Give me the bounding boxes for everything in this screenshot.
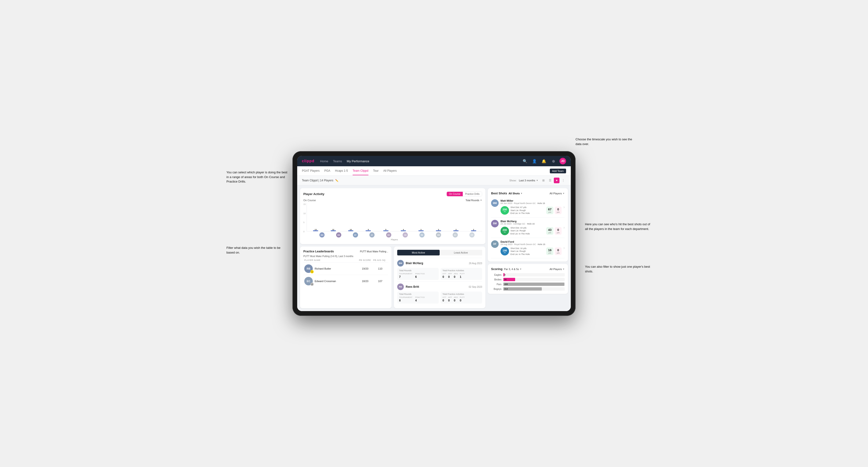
leaderboard-row: RB1Richard Butler19/20110 bbox=[303, 262, 388, 275]
shot-player-name: Matt Miller bbox=[500, 199, 562, 202]
show-select[interactable]: Last 3 months ▼ bbox=[519, 179, 538, 182]
tab-pga[interactable]: PGA bbox=[324, 167, 330, 175]
avatar-icon[interactable]: JD bbox=[559, 158, 566, 164]
scoring-bars: Eagles 3 Birdies 96 Pars 499 Bogeys 313 bbox=[491, 273, 565, 290]
all-shots-filter[interactable]: All Shots ▼ bbox=[508, 192, 523, 195]
view-grid-icon[interactable]: ⊞ bbox=[540, 178, 546, 183]
bar-group: 10 bbox=[348, 228, 353, 231]
view-settings-icon[interactable]: ⋮ bbox=[560, 178, 566, 183]
nav-link-teams[interactable]: Teams bbox=[333, 158, 342, 164]
left-column: Player Activity On Course Practice Drill… bbox=[300, 188, 486, 308]
best-shots-title: Best Shots bbox=[491, 191, 507, 195]
shot-card[interactable]: MM Matt Miller 09 Jun 2023 · Royal North… bbox=[491, 197, 565, 217]
annotation-player-select: You can select which player is doing the… bbox=[226, 170, 288, 184]
bar-group: 4 bbox=[401, 228, 406, 231]
bar-group: 3 bbox=[436, 228, 441, 231]
leaderboard-rows: RB1Richard Butler19/20110EC2Edward Cross… bbox=[303, 262, 388, 287]
tab-all-players[interactable]: All Players bbox=[383, 167, 397, 175]
shot-location: 23 Jul 2023 · Ashridge GC Hole 15 bbox=[500, 223, 562, 225]
bar-group: 2 bbox=[471, 228, 476, 231]
shot-badge: 200 SG bbox=[500, 227, 509, 235]
view-heart-icon[interactable]: ♥ bbox=[554, 178, 559, 183]
scoring-players-filter[interactable]: All Players ▼ bbox=[550, 268, 565, 271]
plus-circle-icon[interactable]: ⊕ bbox=[550, 158, 557, 164]
team-header-right: Show: Last 3 months ▼ ⊞ ☰ ♥ ⋮ bbox=[509, 178, 566, 183]
nav-logo: clippd bbox=[302, 159, 314, 163]
shot-player-avatar: BM bbox=[491, 220, 499, 227]
sub-nav-right: Add Team bbox=[550, 168, 566, 173]
scoring-label: Eagles bbox=[491, 274, 501, 276]
chart-dropdown[interactable]: Total Rounds ▼ bbox=[466, 199, 482, 201]
nav-link-performance[interactable]: My Performance bbox=[347, 158, 369, 164]
shot-cards-container: MM Matt Miller 09 Jun 2023 · Royal North… bbox=[491, 197, 565, 258]
all-players-filter[interactable]: All Players ▼ bbox=[550, 192, 565, 195]
shot-card[interactable]: DF David Ford 24 Aug 2023 · Royal North … bbox=[491, 238, 565, 258]
bar-chart-area: 15 10 5 0 1312109543322 bbox=[303, 203, 482, 241]
bar-group: 5 bbox=[383, 228, 389, 231]
right-column: Best Shots All Shots ▼ All Players ▼ MM bbox=[488, 188, 568, 308]
on-course-label: On Course bbox=[303, 199, 316, 201]
scoring-label: Birdies bbox=[491, 278, 501, 281]
dropdown-arrow-icon: ▼ bbox=[536, 179, 538, 182]
player-avatar-small: CR bbox=[469, 232, 474, 238]
scoring-bar-container: 313 bbox=[503, 287, 565, 290]
scoring-row: Pars 499 bbox=[491, 283, 565, 286]
shot-player-avatar: MM bbox=[491, 199, 499, 207]
toggle-on-course[interactable]: On Course bbox=[447, 192, 463, 196]
shot-location: 09 Jun 2023 · Royal North Devon GC Hole … bbox=[500, 202, 562, 205]
tab-team-clippd[interactable]: Team Clippd bbox=[352, 167, 368, 175]
putt-dropdown[interactable]: PUTT Must Make Putting ... ▼ bbox=[360, 250, 388, 253]
toggle-practice-drills[interactable]: Practice Drills bbox=[463, 192, 482, 196]
tab-pgat-players[interactable]: PGAT Players bbox=[302, 167, 319, 175]
tab-hcaps[interactable]: Hcaps 1-5 bbox=[335, 167, 348, 175]
leaderboard-title: Practice Leaderboards bbox=[303, 250, 334, 253]
player-avatar-small: OB bbox=[403, 232, 408, 238]
chart-dropdown-arrow-icon: ▼ bbox=[480, 199, 482, 201]
nav-link-home[interactable]: Home bbox=[320, 158, 328, 164]
most-active-card: Most Active Least Active BM Blair McHarg… bbox=[394, 247, 486, 308]
shot-stat-zero: 0 yds bbox=[555, 207, 561, 214]
active-player-block: BM Blair McHarg 26 Aug 2023 Total Rounds… bbox=[397, 258, 482, 280]
active-player-name: Rees Britt bbox=[406, 285, 467, 288]
least-active-tab[interactable]: Least Active bbox=[440, 250, 482, 255]
player-avatar-small: RB bbox=[420, 232, 425, 238]
shot-player-name: Blair McHarg bbox=[500, 220, 562, 223]
edit-icon[interactable]: ✏️ bbox=[335, 179, 338, 182]
best-shots-card: Best Shots All Shots ▼ All Players ▼ MM bbox=[488, 188, 568, 261]
all-shots-arrow-icon: ▼ bbox=[521, 192, 523, 195]
main-content: Player Activity On Course Practice Drill… bbox=[297, 185, 571, 311]
scoring-row: Eagles 3 bbox=[491, 273, 565, 276]
scoring-title: Scoring bbox=[491, 267, 502, 271]
search-icon[interactable]: 🔍 bbox=[522, 158, 528, 164]
scoring-bar-container: 499 bbox=[503, 283, 565, 286]
bar-group: 12 bbox=[331, 228, 336, 231]
tab-tour[interactable]: Tour bbox=[373, 167, 379, 175]
scoring-label: Bogeys bbox=[491, 288, 501, 290]
shot-card[interactable]: BM Blair McHarg 23 Jul 2023 · Ashridge G… bbox=[491, 217, 565, 238]
annotation-best-shots: Here you can see who's hit the best shot… bbox=[585, 222, 651, 231]
active-tabs: Most Active Least Active bbox=[397, 250, 482, 255]
active-player-avatar: BM bbox=[397, 260, 404, 267]
most-active-tab[interactable]: Most Active bbox=[397, 250, 440, 255]
add-team-button[interactable]: Add Team bbox=[550, 168, 566, 173]
bars-area: 1312109543322 bbox=[307, 203, 482, 231]
leaderboard-header: Practice Leaderboards PUTT Must Make Put… bbox=[303, 250, 388, 253]
active-players: BM Blair McHarg 26 Aug 2023 Total Rounds… bbox=[397, 258, 482, 304]
active-player-avatar: RB bbox=[397, 283, 404, 290]
scoring-bar-container: 96 bbox=[503, 278, 565, 281]
x-axis-label: Players bbox=[307, 239, 482, 241]
top-nav: clippd Home Teams My Performance 🔍 👤 🔔 ⊕… bbox=[297, 156, 571, 166]
player-avatar-small: BB bbox=[336, 232, 341, 238]
tablet-frame: clippd Home Teams My Performance 🔍 👤 🔔 ⊕… bbox=[292, 151, 576, 316]
player-avatar-small: BM bbox=[319, 232, 324, 238]
y-axis: 15 10 5 0 bbox=[303, 203, 306, 234]
bottom-cards: Practice Leaderboards PUTT Must Make Put… bbox=[300, 247, 486, 308]
scoring-par-filter[interactable]: Par 3, 4 & 5s ▼ bbox=[504, 268, 522, 271]
active-date: 26 Aug 2023 bbox=[469, 262, 482, 264]
shot-stat-zero: 0 yds bbox=[555, 247, 561, 255]
users-icon[interactable]: 👤 bbox=[531, 158, 538, 164]
annotation-filter: Filter what data you wish the table to b… bbox=[226, 246, 288, 255]
bell-icon[interactable]: 🔔 bbox=[540, 158, 547, 164]
scoring-label: Pars bbox=[491, 283, 501, 286]
view-list-icon[interactable]: ☰ bbox=[547, 178, 553, 183]
